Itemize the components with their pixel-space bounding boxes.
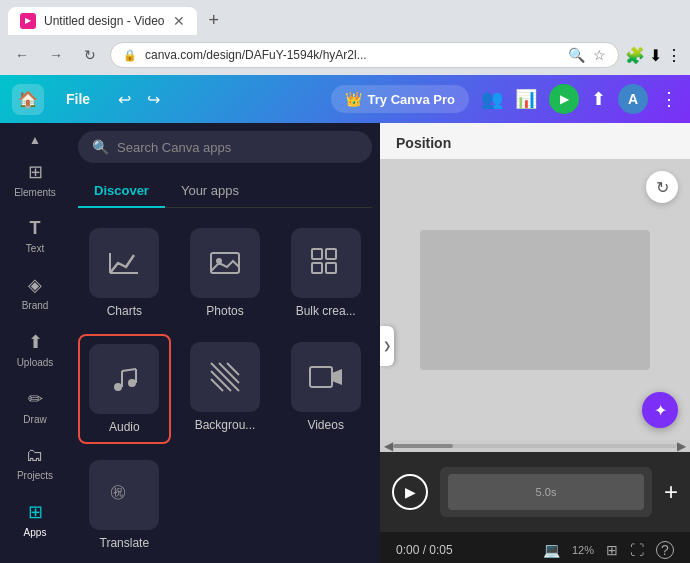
scroll-up-button[interactable]: ▲: [27, 131, 43, 149]
sidebar-item-elements[interactable]: ⊞ Elements: [5, 153, 65, 206]
redo-button[interactable]: ↪: [141, 86, 166, 113]
new-tab-button[interactable]: +: [201, 6, 228, 35]
timeline-track[interactable]: 5.0s: [440, 467, 652, 517]
app-bulk-create[interactable]: Bulk crea...: [279, 220, 372, 326]
scrollbar-track: [393, 444, 677, 448]
canvas-content: [420, 230, 650, 370]
grid-view-icon[interactable]: ⊞: [606, 542, 618, 558]
position-title: Position: [396, 135, 451, 151]
timeline-play-button[interactable]: ▶: [392, 474, 428, 510]
chart-icon[interactable]: 📊: [515, 88, 537, 110]
brand-label: Brand: [22, 300, 49, 311]
text-icon: T: [30, 218, 41, 239]
active-tab[interactable]: Untitled design - Video ✕: [8, 7, 197, 35]
elements-label: Elements: [14, 187, 56, 198]
sidebar-item-projects[interactable]: 🗂 Projects: [5, 437, 65, 489]
header-actions: 👥 📊 ▶ ⬆ A ⋮: [481, 84, 678, 114]
charts-svg-icon: [106, 245, 142, 281]
projects-label: Projects: [17, 470, 53, 481]
backgrounds-icon-box: [190, 342, 260, 412]
projects-icon: 🗂: [26, 445, 44, 466]
right-panel: Position ↻ ✦ ◀ ▶ ▶ 5.0s + 0:00 / 0: [380, 123, 690, 563]
charts-label: Charts: [107, 304, 142, 318]
translate-icon-box: ㊗: [89, 460, 159, 530]
app-charts[interactable]: Charts: [78, 220, 171, 326]
canvas-refresh-button[interactable]: ↻: [646, 171, 678, 203]
app-translate[interactable]: ㊗ Translate: [78, 452, 171, 558]
apps-icon: ⊞: [28, 501, 43, 523]
charts-icon-box: [89, 228, 159, 298]
back-button[interactable]: ←: [8, 41, 36, 69]
extensions-icon[interactable]: 🧩: [625, 46, 645, 65]
draw-label: Draw: [23, 414, 46, 425]
photos-label: Photos: [206, 304, 243, 318]
search-icon: 🔍: [92, 139, 109, 155]
avatar[interactable]: A: [618, 84, 648, 114]
tab-close-button[interactable]: ✕: [173, 13, 185, 29]
magic-button[interactable]: ✦: [642, 392, 678, 428]
svg-rect-4: [312, 249, 322, 259]
more-menu-icon[interactable]: ⋮: [660, 88, 678, 110]
bulk-create-label: Bulk crea...: [296, 304, 356, 318]
lock-icon: 🔒: [123, 49, 137, 62]
sidebar-item-brand[interactable]: ◈ Brand: [5, 266, 65, 319]
help-icon[interactable]: ?: [656, 541, 674, 559]
panel-toggle-button[interactable]: ❯: [380, 326, 394, 366]
bookmark-icon[interactable]: ☆: [593, 47, 606, 63]
scrollbar-thumb[interactable]: [393, 444, 453, 448]
sidebar-item-apps[interactable]: ⊞ Apps: [5, 493, 65, 546]
svg-marker-19: [332, 369, 342, 385]
fullscreen-icon[interactable]: ⛶: [630, 542, 644, 558]
audio-icon-box: [89, 344, 159, 414]
home-button[interactable]: 🏠: [12, 84, 44, 115]
time-display: 0:00 / 0:05: [396, 543, 453, 557]
play-button[interactable]: ▶: [549, 84, 579, 114]
app-photos[interactable]: Photos: [179, 220, 272, 326]
file-menu-button[interactable]: File: [56, 85, 100, 113]
translate-label: Translate: [100, 536, 150, 550]
device-icon[interactable]: 💻: [543, 542, 560, 558]
browser-menu-icon[interactable]: ⋮: [666, 46, 682, 65]
sidebar-item-draw[interactable]: ✏ Draw: [5, 380, 65, 433]
svg-rect-18: [310, 367, 332, 387]
scroll-left-button[interactable]: ◀: [384, 439, 393, 453]
timeline-clip[interactable]: 5.0s: [448, 474, 644, 510]
app-audio[interactable]: Audio: [78, 334, 171, 444]
svg-line-12: [122, 369, 136, 371]
videos-icon-box: [291, 342, 361, 412]
timeline: ▶ 5.0s +: [380, 452, 690, 532]
address-bar[interactable]: 🔒 canva.com/design/DAFuY-1594k/hyAr2l...…: [110, 42, 619, 68]
browser-chrome: Untitled design - Video ✕ + ← → ↻ 🔒 canv…: [0, 0, 690, 75]
translate-svg-icon: ㊗: [106, 477, 142, 513]
share-icon[interactable]: ⬆: [591, 88, 606, 110]
sidebar-item-text[interactable]: T Text: [5, 210, 65, 262]
timeline-add-button[interactable]: +: [664, 478, 678, 506]
forward-button[interactable]: →: [42, 41, 70, 69]
search-bar[interactable]: 🔍: [78, 131, 372, 163]
search-input[interactable]: [117, 140, 358, 155]
sidebar-item-uploads[interactable]: ⬆ Uploads: [5, 323, 65, 376]
search-icon[interactable]: 🔍: [568, 47, 585, 63]
brand-icon: ◈: [28, 274, 42, 296]
app-backgrounds[interactable]: Backgrou...: [179, 334, 272, 444]
people-icon[interactable]: 👥: [481, 88, 503, 110]
bottom-bar: 0:00 / 0:05 💻 12% ⊞ ⛶ ?: [380, 532, 690, 563]
photos-svg-icon: [207, 245, 243, 281]
try-pro-label: Try Canva Pro: [368, 92, 455, 107]
videos-svg-icon: [308, 359, 344, 395]
zoom-level[interactable]: 12%: [572, 544, 594, 556]
tab-favicon: [20, 13, 36, 29]
position-header: Position: [380, 123, 690, 159]
undo-button[interactable]: ↩: [112, 86, 137, 113]
try-pro-button[interactable]: 👑 Try Canva Pro: [331, 85, 469, 113]
scroll-right-button[interactable]: ▶: [677, 439, 686, 453]
refresh-button[interactable]: ↻: [76, 41, 104, 69]
app-videos[interactable]: Videos: [279, 334, 372, 444]
canvas-scrollbar[interactable]: ◀ ▶: [380, 440, 690, 452]
apps-panel: 🔍 Discover Your apps Charts: [70, 123, 380, 563]
bottom-actions: 💻 12% ⊞ ⛶ ?: [543, 541, 674, 559]
tab-your-apps[interactable]: Your apps: [165, 175, 255, 208]
canvas-area[interactable]: ↻ ✦: [380, 159, 690, 440]
download-icon[interactable]: ⬇: [649, 46, 662, 65]
tab-discover[interactable]: Discover: [78, 175, 165, 208]
